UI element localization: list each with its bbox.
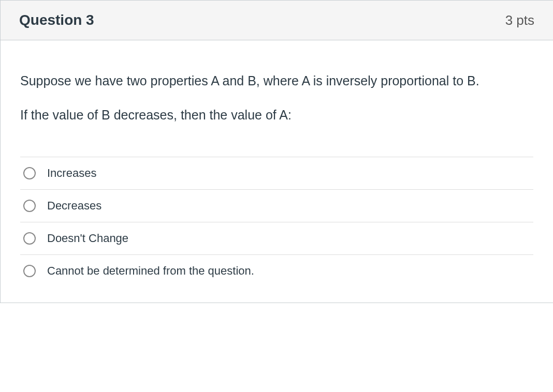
question-title: Question 3 [19, 12, 94, 28]
question-header: Question 3 3 pts [1, 1, 553, 40]
radio-icon[interactable] [23, 200, 36, 212]
answer-label: Cannot be determined from the question. [47, 264, 254, 278]
question-points: 3 pts [505, 12, 534, 28]
answer-label: Decreases [47, 199, 101, 213]
question-text-1: Suppose we have two properties A and B, … [20, 71, 533, 91]
answer-label: Increases [47, 167, 96, 180]
question-card: Question 3 3 pts Suppose we have two pro… [0, 0, 553, 303]
answer-list: Increases Decreases Doesn't Change Canno… [20, 157, 533, 287]
radio-icon[interactable] [23, 265, 36, 277]
answer-option-4[interactable]: Cannot be determined from the question. [20, 254, 533, 287]
question-body: Suppose we have two properties A and B, … [1, 40, 553, 303]
answer-option-3[interactable]: Doesn't Change [20, 222, 533, 254]
question-text-2: If the value of B decreases, then the va… [20, 105, 533, 125]
answer-label: Doesn't Change [47, 232, 128, 245]
answer-option-2[interactable]: Decreases [20, 189, 533, 222]
radio-icon[interactable] [23, 167, 36, 179]
radio-icon[interactable] [23, 232, 36, 245]
answer-option-1[interactable]: Increases [20, 157, 533, 189]
